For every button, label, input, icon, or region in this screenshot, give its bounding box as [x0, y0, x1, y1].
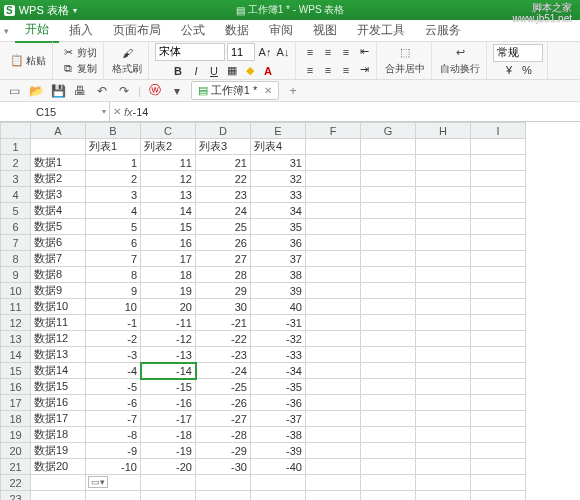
cell-B18[interactable]: -7	[86, 411, 141, 427]
wps-cloud-icon[interactable]: ⓦ	[147, 83, 163, 99]
file-menu-icon[interactable]: ▾	[4, 26, 9, 36]
cell-C8[interactable]: 17	[141, 251, 196, 267]
cell-H1[interactable]	[416, 139, 471, 155]
cell-A11[interactable]: 数据10	[31, 299, 86, 315]
cell-H10[interactable]	[416, 283, 471, 299]
app-menu-dropdown-icon[interactable]: ▾	[73, 6, 77, 15]
cell-E23[interactable]	[251, 491, 306, 501]
cell-B10[interactable]: 9	[86, 283, 141, 299]
row-header[interactable]: 7	[1, 235, 31, 251]
cell-G9[interactable]	[361, 267, 416, 283]
cell-B1[interactable]: 列表1	[86, 139, 141, 155]
cell-A15[interactable]: 数据14	[31, 363, 86, 379]
cell-H7[interactable]	[416, 235, 471, 251]
row-header[interactable]: 13	[1, 331, 31, 347]
save-icon[interactable]: 💾	[50, 83, 66, 99]
cell-A19[interactable]: 数据18	[31, 427, 86, 443]
cell-D8[interactable]: 27	[196, 251, 251, 267]
cell-I7[interactable]	[471, 235, 526, 251]
font-color-icon[interactable]: A	[260, 63, 276, 79]
cell-G22[interactable]	[361, 475, 416, 491]
currency-icon[interactable]: ¥	[501, 62, 517, 78]
row-header[interactable]: 6	[1, 219, 31, 235]
cell-A17[interactable]: 数据16	[31, 395, 86, 411]
cell-F7[interactable]	[306, 235, 361, 251]
cell-C23[interactable]	[141, 491, 196, 501]
menu-视图[interactable]: 视图	[303, 19, 347, 42]
cell-B12[interactable]: -1	[86, 315, 141, 331]
new-icon[interactable]: ▭	[6, 83, 22, 99]
fx-icon[interactable]: fx	[124, 106, 133, 118]
cell-B13[interactable]: -2	[86, 331, 141, 347]
cell-H8[interactable]	[416, 251, 471, 267]
cell-H2[interactable]	[416, 155, 471, 171]
cell-F20[interactable]	[306, 443, 361, 459]
indent-inc-icon[interactable]: ⇥	[356, 62, 372, 78]
menu-插入[interactable]: 插入	[59, 19, 103, 42]
cell-D6[interactable]: 25	[196, 219, 251, 235]
align-mid-icon[interactable]: ≡	[320, 44, 336, 60]
cell-F21[interactable]	[306, 459, 361, 475]
print-icon[interactable]: 🖶	[72, 83, 88, 99]
smart-tag-icon[interactable]: ▭▾	[88, 476, 108, 488]
cell-F16[interactable]	[306, 379, 361, 395]
cell-A2[interactable]: 数据1	[31, 155, 86, 171]
cell-I9[interactable]	[471, 267, 526, 283]
cell-E20[interactable]: -39	[251, 443, 306, 459]
cell-B6[interactable]: 5	[86, 219, 141, 235]
cell-G23[interactable]	[361, 491, 416, 501]
menu-审阅[interactable]: 审阅	[259, 19, 303, 42]
cell-G12[interactable]	[361, 315, 416, 331]
cell-H5[interactable]	[416, 203, 471, 219]
cut-button[interactable]: ✂剪切	[59, 45, 99, 61]
cell-F18[interactable]	[306, 411, 361, 427]
cell-C11[interactable]: 20	[141, 299, 196, 315]
cell-H23[interactable]	[416, 491, 471, 501]
cell-E10[interactable]: 39	[251, 283, 306, 299]
cell-B9[interactable]: 8	[86, 267, 141, 283]
decrease-font-icon[interactable]: A↓	[275, 44, 291, 60]
cell-F17[interactable]	[306, 395, 361, 411]
cell-C3[interactable]: 12	[141, 171, 196, 187]
cell-I22[interactable]	[471, 475, 526, 491]
cell-B15[interactable]: -4	[86, 363, 141, 379]
cell-C12[interactable]: -11	[141, 315, 196, 331]
cell-F9[interactable]	[306, 267, 361, 283]
cell-G17[interactable]	[361, 395, 416, 411]
cell-B7[interactable]: 6	[86, 235, 141, 251]
cell-D11[interactable]: 30	[196, 299, 251, 315]
cell-G15[interactable]	[361, 363, 416, 379]
copy-button[interactable]: ⧉复制	[59, 61, 99, 77]
wrap-button[interactable]: ↩	[451, 45, 469, 61]
cell-A10[interactable]: 数据9	[31, 283, 86, 299]
cell-G6[interactable]	[361, 219, 416, 235]
cell-F22[interactable]	[306, 475, 361, 491]
cell-E6[interactable]: 35	[251, 219, 306, 235]
cell-D22[interactable]	[196, 475, 251, 491]
col-header-B[interactable]: B	[86, 123, 141, 139]
row-header[interactable]: 1	[1, 139, 31, 155]
cell-E1[interactable]: 列表4	[251, 139, 306, 155]
cell-A8[interactable]: 数据7	[31, 251, 86, 267]
cell-A9[interactable]: 数据8	[31, 267, 86, 283]
fill-color-icon[interactable]: ◆	[242, 63, 258, 79]
cell-E16[interactable]: -35	[251, 379, 306, 395]
cell-G19[interactable]	[361, 427, 416, 443]
merge-button[interactable]: ⬚	[396, 45, 414, 61]
align-left-icon[interactable]: ≡	[302, 62, 318, 78]
cell-B22[interactable]: ▭▾	[86, 475, 141, 491]
cell-A16[interactable]: 数据15	[31, 379, 86, 395]
cell-E22[interactable]	[251, 475, 306, 491]
align-right-icon[interactable]: ≡	[338, 62, 354, 78]
cell-G10[interactable]	[361, 283, 416, 299]
indent-dec-icon[interactable]: ⇤	[356, 44, 372, 60]
cell-H13[interactable]	[416, 331, 471, 347]
cell-D12[interactable]: -21	[196, 315, 251, 331]
chevron-down-icon[interactable]: ▾	[169, 83, 185, 99]
cell-G8[interactable]	[361, 251, 416, 267]
cell-G2[interactable]	[361, 155, 416, 171]
cell-D5[interactable]: 24	[196, 203, 251, 219]
cell-F10[interactable]	[306, 283, 361, 299]
cell-D3[interactable]: 22	[196, 171, 251, 187]
cell-E12[interactable]: -31	[251, 315, 306, 331]
